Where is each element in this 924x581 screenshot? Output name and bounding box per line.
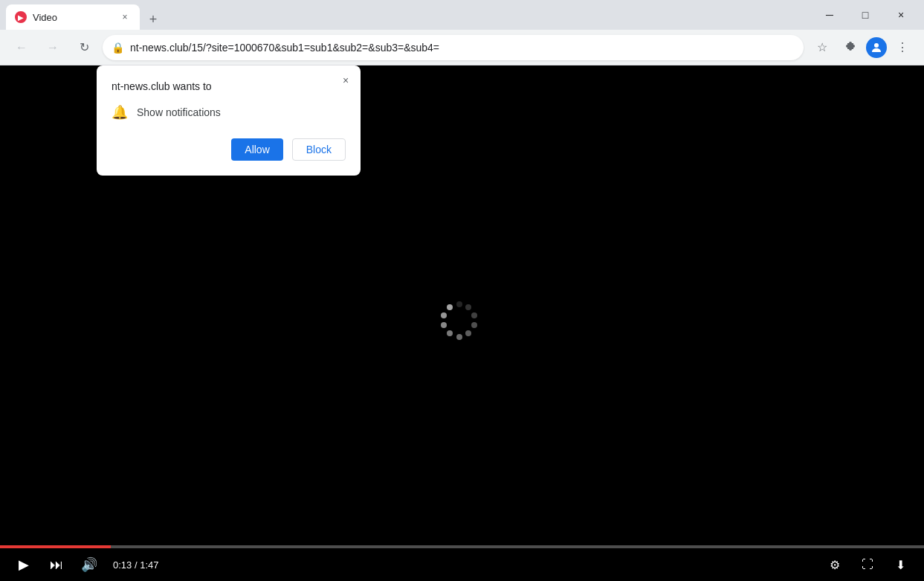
back-button[interactable]: ← <box>9 35 34 60</box>
browser-window: ▶ Video × + ─ □ × ← → ↻ 🔒 nt-news.club/1… <box>0 0 924 581</box>
tab-favicon: ▶ <box>15 11 27 23</box>
popup-permission-row: 🔔 Show notifications <box>112 104 346 121</box>
reload-button[interactable]: ↻ <box>71 35 97 60</box>
toolbar-actions: ☆ ⋮ <box>810 35 915 60</box>
extensions-button[interactable] <box>838 35 863 60</box>
time-total: 1:47 <box>140 559 158 571</box>
window-controls: ─ □ × <box>812 3 918 27</box>
address-bar[interactable]: 🔒 nt-news.club/15/?site=1000670&sub1=sub… <box>103 35 804 60</box>
lock-icon: 🔒 <box>112 42 124 54</box>
new-tab-button[interactable]: + <box>143 9 164 30</box>
address-text: nt-news.club/15/?site=1000670&sub1=sub1&… <box>130 42 795 54</box>
progress-bar-fill <box>0 545 111 548</box>
popup-title: nt-news.club wants to <box>112 80 346 92</box>
time-display: 0:13 / 1:47 <box>113 559 159 571</box>
download-button[interactable]: ⬇ <box>888 553 912 577</box>
forward-button[interactable]: → <box>40 35 65 60</box>
bookmark-button[interactable]: ☆ <box>810 35 835 60</box>
popup-close-button[interactable]: × <box>338 73 353 88</box>
popup-actions: Allow Block <box>112 138 346 161</box>
video-controls: ▶ ⏭ 🔊 0:13 / 1:47 ⚙ ⛶ ⬇ <box>0 539 924 581</box>
notification-popup: × nt-news.club wants to 🔔 Show notificat… <box>97 65 361 176</box>
svg-point-0 <box>874 43 879 48</box>
title-bar: ▶ Video × + ─ □ × <box>0 0 924 30</box>
fullscreen-button[interactable]: ⛶ <box>856 553 879 577</box>
profile-button[interactable] <box>866 37 887 58</box>
loading-spinner <box>440 301 485 346</box>
time-current: 0:13 <box>113 559 132 571</box>
content-area: × nt-news.club wants to 🔔 Show notificat… <box>0 65 924 581</box>
tab-strip: ▶ Video × + <box>6 0 810 30</box>
minimize-button[interactable]: ─ <box>812 3 847 27</box>
maximize-button[interactable]: □ <box>848 3 882 27</box>
skip-next-button[interactable]: ⏭ <box>45 553 68 577</box>
active-tab[interactable]: ▶ Video × <box>6 4 140 30</box>
permission-text: Show notifications <box>137 106 221 118</box>
play-button[interactable]: ▶ <box>12 553 36 577</box>
time-separator: / <box>135 559 138 571</box>
bell-icon: 🔔 <box>112 104 128 121</box>
menu-button[interactable]: ⋮ <box>890 35 915 60</box>
close-button[interactable]: × <box>884 3 918 27</box>
volume-button[interactable]: 🔊 <box>77 553 101 577</box>
block-button[interactable]: Block <box>292 138 346 161</box>
tab-title: Video <box>33 12 113 23</box>
tab-close-button[interactable]: × <box>119 11 131 23</box>
progress-bar[interactable] <box>0 545 924 548</box>
settings-button[interactable]: ⚙ <box>823 553 847 577</box>
toolbar: ← → ↻ 🔒 nt-news.club/15/?site=1000670&su… <box>0 30 924 65</box>
controls-row: ▶ ⏭ 🔊 0:13 / 1:47 ⚙ ⛶ ⬇ <box>0 548 924 581</box>
allow-button[interactable]: Allow <box>231 138 282 161</box>
